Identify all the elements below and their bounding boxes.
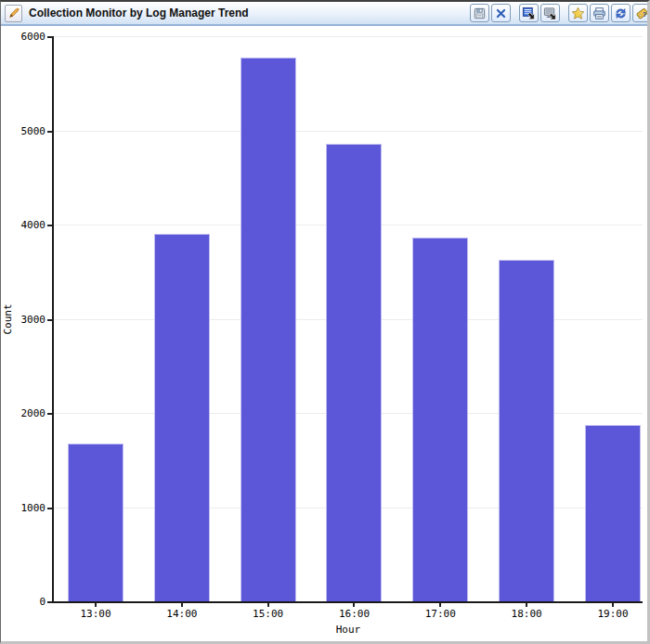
collection-monitor-window: Collection Monitor by Log Manager Trend …	[0, 0, 650, 644]
gridline	[54, 131, 643, 132]
print-icon	[592, 6, 606, 20]
x-tick-mark	[612, 603, 614, 607]
x-tick-label: 19:00	[584, 608, 642, 620]
x-tick-label: 13:00	[67, 608, 124, 620]
bar-1600[interactable]	[326, 144, 382, 601]
pencil-icon	[7, 6, 20, 19]
x-axis-line	[52, 601, 643, 603]
bar-1700[interactable]	[412, 238, 468, 601]
x-tick-label: 18:00	[498, 608, 555, 620]
send-to-monitor-button[interactable]	[540, 4, 560, 22]
x-tick-label: 14:00	[153, 608, 211, 620]
save-icon	[473, 6, 487, 20]
x-tick-mark	[526, 603, 527, 607]
x-tick-mark	[95, 603, 97, 607]
y-tick-label: 1000	[6, 502, 46, 514]
y-axis-line	[52, 36, 54, 603]
x-tick-label: 16:00	[325, 608, 383, 620]
bar-chart: 010002000300040005000600013:0014:0015:00…	[1, 26, 647, 641]
gridline	[54, 36, 643, 37]
x-axis-title: Hour	[54, 624, 643, 636]
y-tick-label: 4000	[6, 219, 46, 231]
send-to-screen-button[interactable]	[519, 4, 539, 22]
bar-1300[interactable]	[68, 444, 124, 601]
x-tick-label: 15:00	[240, 608, 297, 620]
svg-text:?: ?	[643, 10, 646, 17]
x-tick-mark	[353, 603, 355, 607]
x-tick-mark	[181, 603, 183, 607]
screen-list-arrow-icon	[522, 6, 536, 20]
x-tick-label: 17:00	[411, 608, 469, 620]
bar-1900[interactable]	[585, 425, 641, 601]
toolbar-group: ?	[568, 4, 647, 22]
toolbar-group	[470, 4, 511, 22]
bar-1500[interactable]	[240, 58, 296, 601]
star-icon	[571, 6, 585, 20]
tag-button[interactable]: ?	[632, 4, 647, 22]
favorite-button[interactable]	[568, 4, 588, 22]
y-axis-title: Count	[3, 303, 14, 335]
y-tick-label: 2000	[6, 407, 46, 419]
x-tick-mark	[267, 603, 269, 607]
bar-1400[interactable]	[154, 234, 210, 601]
bar-1800[interactable]	[499, 260, 554, 601]
window-titlebar: Collection Monitor by Log Manager Trend …	[1, 2, 647, 26]
titlebar-toolbar: ?	[462, 4, 647, 22]
y-tick-label: 5000	[6, 125, 46, 137]
y-tick-label: 6000	[6, 31, 46, 43]
refresh-button[interactable]	[611, 4, 630, 22]
tag-icon: ?	[635, 6, 647, 20]
close-button[interactable]	[491, 4, 511, 22]
refresh-icon	[614, 6, 628, 20]
y-tick-label: 0	[6, 596, 46, 608]
toolbar-group	[519, 4, 560, 22]
print-button[interactable]	[590, 4, 609, 22]
save-button[interactable]	[470, 4, 489, 22]
close-icon	[494, 6, 508, 20]
monitor-arrow-icon	[543, 6, 557, 20]
x-tick-mark	[439, 603, 441, 607]
window-title: Collection Monitor by Log Manager Trend	[29, 6, 249, 19]
edit-view-button[interactable]	[5, 5, 22, 22]
